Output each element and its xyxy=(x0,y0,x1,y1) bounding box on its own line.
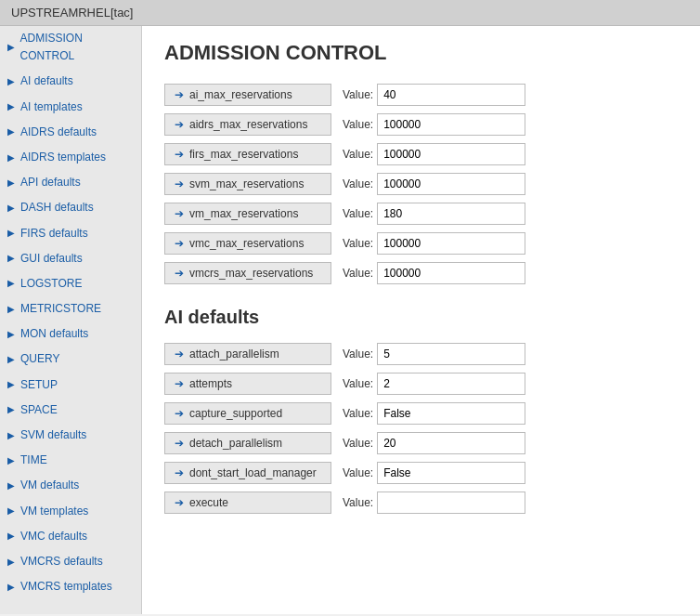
param-button-detach_parallelism[interactable]: ➔detach_parallelism xyxy=(164,432,331,454)
sidebar-item-label: MON defaults xyxy=(20,325,88,343)
sidebar-item-time[interactable]: ▶TIME xyxy=(0,448,141,473)
value-input-detach_parallelism[interactable] xyxy=(377,432,525,454)
param-button-attach_parallelism[interactable]: ➔attach_parallelism xyxy=(164,343,331,365)
param-name: execute xyxy=(189,496,228,509)
chevron-right-icon: ▶ xyxy=(7,453,17,468)
value-input-execute[interactable] xyxy=(377,491,525,514)
sidebar-item-label: VMC defaults xyxy=(20,528,87,545)
param-row-execute: ➔executeValue: xyxy=(164,491,678,514)
param-name: firs_max_reservations xyxy=(189,148,298,161)
ai-defaults-title: AI defaults xyxy=(164,307,678,328)
value-label: Value: xyxy=(343,177,373,190)
value-input-attempts[interactable] xyxy=(377,373,525,395)
sidebar-item-api-defaults[interactable]: ▶API defaults xyxy=(0,170,141,195)
param-button-aidrs_max_reservations[interactable]: ➔aidrs_max_reservations xyxy=(164,113,331,136)
chevron-right-icon: ▶ xyxy=(7,201,17,216)
sidebar-item-label: VMCRS defaults xyxy=(20,553,103,570)
sidebar-item-dash-defaults[interactable]: ▶DASH defaults xyxy=(0,195,141,220)
param-button-vmcrs_max_reservations[interactable]: ➔vmcrs_max_reservations xyxy=(164,262,331,284)
value-input-aidrs_max_reservations[interactable] xyxy=(377,113,525,136)
param-row-vmcrs_max_reservations: ➔vmcrs_max_reservationsValue: xyxy=(164,262,678,284)
sidebar-item-query[interactable]: ▶QUERY xyxy=(0,347,141,372)
chevron-right-icon: ▶ xyxy=(7,302,17,317)
topbar-title: UPSTREAMRHEL[tac] xyxy=(11,6,133,20)
chevron-right-icon: ▶ xyxy=(7,40,16,55)
sidebar-item-ai-defaults[interactable]: ▶AI defaults xyxy=(0,69,141,94)
param-row-aidrs_max_reservations: ➔aidrs_max_reservationsValue: xyxy=(164,113,678,136)
value-label: Value: xyxy=(343,496,373,509)
param-button-attempts[interactable]: ➔attempts xyxy=(164,373,331,395)
sidebar-item-aidrs-defaults[interactable]: ▶AIDRS defaults xyxy=(0,120,141,145)
sidebar-item-vmcrs-templates[interactable]: ▶VMCRS templates xyxy=(0,574,141,599)
param-button-vmc_max_reservations[interactable]: ➔vmc_max_reservations xyxy=(164,232,331,255)
value-input-ai_max_reservations[interactable] xyxy=(377,84,525,106)
sidebar-item-label: VMCRS templates xyxy=(20,578,112,596)
value-label: Value: xyxy=(343,267,373,280)
sidebar-item-vmc-defaults[interactable]: ▶VMC defaults xyxy=(0,524,141,549)
chevron-right-icon: ▶ xyxy=(7,428,17,443)
arrow-right-icon: ➔ xyxy=(175,377,184,390)
sidebar-item-svm-defaults[interactable]: ▶SVM defaults xyxy=(0,423,141,448)
topbar: UPSTREAMRHEL[tac] xyxy=(0,0,700,26)
sidebar-item-admission-control[interactable]: ▶ADMISSION CONTROL xyxy=(0,26,141,69)
sidebar-item-setup[interactable]: ▶SETUP xyxy=(0,373,141,398)
param-button-execute[interactable]: ➔execute xyxy=(164,491,331,514)
value-input-vmc_max_reservations[interactable] xyxy=(377,232,525,255)
sidebar-item-label: SPACE xyxy=(20,401,58,419)
admission-control-params: ➔ai_max_reservationsValue:➔aidrs_max_res… xyxy=(164,84,678,284)
chevron-right-icon: ▶ xyxy=(7,251,17,266)
sidebar-item-vmcrs-defaults[interactable]: ▶VMCRS defaults xyxy=(0,549,141,574)
sidebar-item-label: VM defaults xyxy=(20,477,79,494)
param-name: ai_max_reservations xyxy=(189,88,292,101)
sidebar-item-space[interactable]: ▶SPACE xyxy=(0,398,141,423)
value-label: Value: xyxy=(343,377,373,390)
value-input-svm_max_reservations[interactable] xyxy=(377,173,525,195)
value-label: Value: xyxy=(343,237,373,250)
chevron-right-icon: ▶ xyxy=(7,276,17,291)
sidebar-item-label: SETUP xyxy=(20,376,58,394)
param-name: vmcrs_max_reservations xyxy=(189,267,313,280)
sidebar-item-metricstore[interactable]: ▶METRICSTORE xyxy=(0,296,141,321)
param-row-capture_supported: ➔capture_supportedValue: xyxy=(164,402,678,425)
param-button-dont_start_load_manager[interactable]: ➔dont_start_load_manager xyxy=(164,462,331,484)
sidebar-item-label: AI defaults xyxy=(20,72,73,90)
arrow-right-icon: ➔ xyxy=(175,207,184,220)
chevron-right-icon: ▶ xyxy=(7,327,17,342)
value-input-attach_parallelism[interactable] xyxy=(377,343,525,365)
chevron-right-icon: ▶ xyxy=(7,352,17,367)
value-input-firs_max_reservations[interactable] xyxy=(377,143,525,165)
param-button-ai_max_reservations[interactable]: ➔ai_max_reservations xyxy=(164,84,331,106)
chevron-right-icon: ▶ xyxy=(7,226,17,241)
value-input-vm_max_reservations[interactable] xyxy=(377,203,525,225)
sidebar-item-label: TIME xyxy=(20,452,47,469)
sidebar-item-ai-templates[interactable]: ▶AI templates xyxy=(0,95,141,120)
param-row-detach_parallelism: ➔detach_parallelismValue: xyxy=(164,432,678,454)
param-button-svm_max_reservations[interactable]: ➔svm_max_reservations xyxy=(164,173,331,195)
param-button-vm_max_reservations[interactable]: ➔vm_max_reservations xyxy=(164,203,331,225)
value-input-dont_start_load_manager[interactable] xyxy=(377,462,525,484)
arrow-right-icon: ➔ xyxy=(175,496,184,509)
param-row-svm_max_reservations: ➔svm_max_reservationsValue: xyxy=(164,173,678,195)
value-label: Value: xyxy=(343,407,373,420)
param-button-capture_supported[interactable]: ➔capture_supported xyxy=(164,402,331,425)
chevron-right-icon: ▶ xyxy=(7,74,17,89)
param-name: detach_parallelism xyxy=(189,437,282,450)
param-row-attempts: ➔attemptsValue: xyxy=(164,373,678,395)
value-label: Value: xyxy=(343,207,373,220)
param-button-firs_max_reservations[interactable]: ➔firs_max_reservations xyxy=(164,143,331,165)
chevron-right-icon: ▶ xyxy=(7,151,17,165)
arrow-right-icon: ➔ xyxy=(175,88,184,101)
sidebar-item-mon-defaults[interactable]: ▶MON defaults xyxy=(0,321,141,347)
value-input-capture_supported[interactable] xyxy=(377,402,525,425)
arrow-right-icon: ➔ xyxy=(175,437,184,450)
sidebar-item-label: VM templates xyxy=(20,503,88,520)
sidebar-item-gui-defaults[interactable]: ▶GUI defaults xyxy=(0,246,141,271)
value-label: Value: xyxy=(343,437,373,450)
value-label: Value: xyxy=(343,118,373,131)
sidebar-item-firs-defaults[interactable]: ▶FIRS defaults xyxy=(0,221,141,246)
sidebar-item-vm-templates[interactable]: ▶VM templates xyxy=(0,499,141,524)
value-input-vmcrs_max_reservations[interactable] xyxy=(377,262,525,284)
sidebar-item-aidrs-templates[interactable]: ▶AIDRS templates xyxy=(0,145,141,170)
sidebar-item-vm-defaults[interactable]: ▶VM defaults xyxy=(0,473,141,498)
sidebar-item-logstore[interactable]: ▶LOGSTORE xyxy=(0,271,141,296)
